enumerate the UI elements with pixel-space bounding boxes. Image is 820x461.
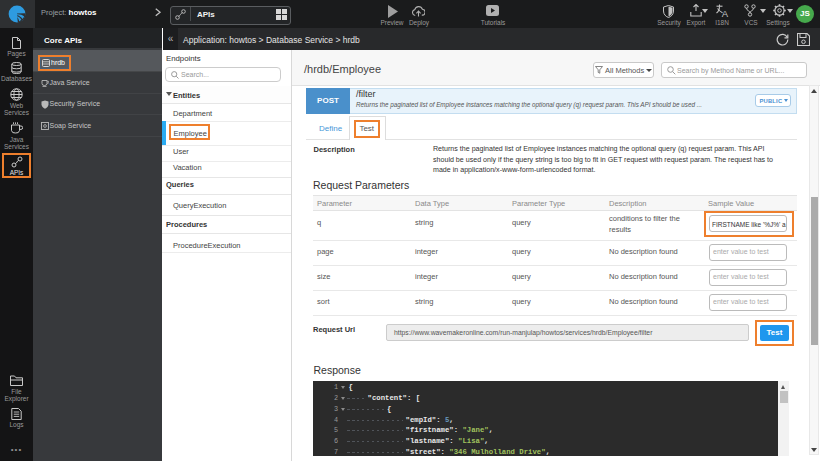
svg-text:A: A — [722, 8, 729, 19]
